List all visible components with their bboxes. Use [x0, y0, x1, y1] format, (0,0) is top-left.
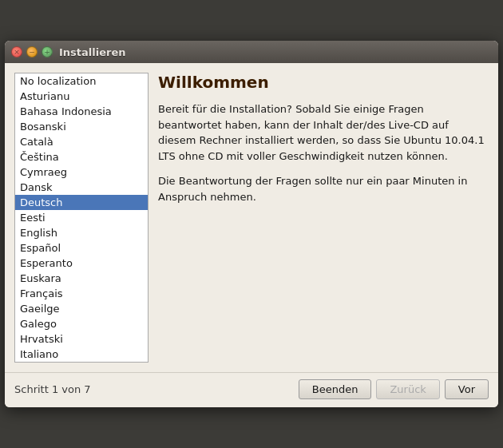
language-item[interactable]: Deutsch — [15, 195, 148, 210]
window-controls: × − + — [11, 46, 53, 57]
language-item[interactable]: Gaeilge — [15, 301, 148, 316]
close-button[interactable]: × — [11, 46, 22, 57]
language-item[interactable]: Esperanto — [15, 256, 148, 271]
language-item[interactable]: Asturianu — [15, 89, 148, 104]
language-item[interactable]: Euskara — [15, 271, 148, 286]
window-title: Installieren — [59, 46, 125, 58]
content-area: No localizationAsturianuBahasa Indonesia… — [5, 63, 498, 372]
language-item[interactable]: Català — [15, 134, 148, 149]
language-list[interactable]: No localizationAsturianuBahasa Indonesia… — [15, 73, 148, 362]
language-item[interactable]: Bahasa Indonesia — [15, 104, 148, 119]
footer-buttons: Beenden Zurück Vor — [299, 379, 489, 399]
maximize-button[interactable]: + — [42, 46, 53, 57]
language-list-container: No localizationAsturianuBahasa Indonesia… — [14, 73, 149, 363]
language-item[interactable]: Italiano — [15, 347, 148, 362]
language-item[interactable]: Hrvatski — [15, 331, 148, 347]
welcome-title: Willkommen — [158, 73, 489, 92]
language-item[interactable]: Español — [15, 240, 148, 256]
language-item[interactable]: No localization — [15, 73, 148, 89]
welcome-paragraph-1: Bereit für die Installation? Sobald Sie … — [158, 101, 489, 164]
back-button[interactable]: Zurück — [376, 379, 439, 399]
language-item[interactable]: English — [15, 225, 148, 240]
titlebar: × − + Installieren — [5, 41, 498, 63]
footer: Schritt 1 von 7 Beenden Zurück Vor — [5, 372, 498, 407]
language-item[interactable]: Galego — [15, 316, 148, 331]
step-label: Schritt 1 von 7 — [14, 383, 91, 395]
language-item[interactable]: Cymraeg — [15, 165, 148, 180]
language-item[interactable]: Français — [15, 286, 148, 301]
next-button[interactable]: Vor — [445, 379, 489, 399]
language-item[interactable]: Dansk — [15, 180, 148, 195]
end-button[interactable]: Beenden — [299, 379, 372, 399]
installer-window: × − + Installieren No localizationAsturi… — [5, 41, 498, 407]
minimize-button[interactable]: − — [26, 46, 38, 57]
welcome-paragraph-2: Die Beantwortung der Fragen sollte nur e… — [158, 173, 489, 204]
language-item[interactable]: Čeština — [15, 149, 148, 165]
main-panel: Willkommen Bereit für die Installation? … — [158, 73, 489, 363]
language-item[interactable]: Bosanski — [15, 119, 148, 134]
language-item[interactable]: Eesti — [15, 210, 148, 225]
